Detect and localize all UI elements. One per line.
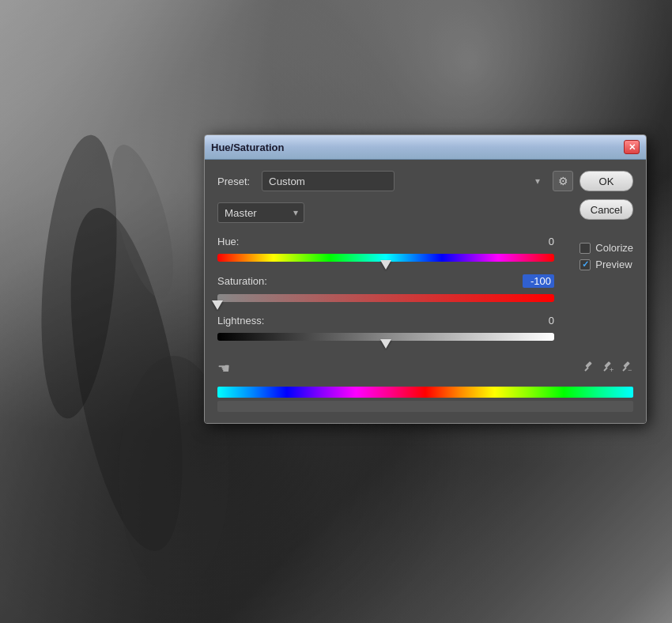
- preview-row: Preview: [580, 259, 633, 270]
- preset-select-wrap: Custom Default Cyanotype Increase Satura…: [262, 171, 546, 191]
- dialog-title: Hue/Saturation: [211, 142, 284, 153]
- cancel-row: Cancel: [580, 199, 633, 220]
- lightness-value[interactable]: 0: [523, 315, 554, 327]
- hue-label: Hue:: [217, 236, 239, 247]
- dialog-title-bar: Hue/Saturation ✕: [205, 135, 646, 160]
- eyedropper-tools: + −: [583, 361, 633, 376]
- lightness-track: [217, 333, 554, 341]
- preset-label: Preset:: [217, 176, 255, 187]
- channel-select[interactable]: Master Reds Yellows Greens Cyans Blues M…: [217, 202, 304, 223]
- hue-track-wrap[interactable]: [217, 251, 554, 265]
- ok-button[interactable]: OK: [580, 171, 633, 191]
- hand-tool-icon[interactable]: ☚: [217, 360, 230, 377]
- saturation-thumb[interactable]: [212, 300, 223, 310]
- sliders-area: Hue: 0 Saturation: -100: [217, 236, 554, 344]
- svg-line-6: [585, 368, 588, 371]
- hue-track: [217, 254, 554, 262]
- svg-text:−: −: [628, 366, 632, 373]
- preset-row: Preset: Custom Default Cyanotype Increas…: [217, 171, 633, 191]
- lightness-thumb[interactable]: [380, 339, 391, 349]
- svg-text:+: +: [610, 366, 613, 373]
- output-color-bar: [217, 401, 633, 412]
- hue-saturation-dialog: Hue/Saturation ✕ Preset: Custom Default …: [204, 134, 647, 424]
- options-panel: Colorize Preview: [580, 242, 633, 270]
- hue-color-bar: [217, 387, 633, 398]
- saturation-track-wrap[interactable]: [217, 291, 554, 305]
- color-bars: [217, 387, 633, 412]
- close-button[interactable]: ✕: [624, 140, 640, 154]
- gear-button[interactable]: ⚙: [553, 171, 573, 191]
- svg-rect-5: [585, 361, 591, 368]
- svg-line-11: [623, 368, 626, 371]
- hue-header: Hue: 0: [217, 236, 554, 247]
- preview-checkbox[interactable]: [580, 259, 591, 270]
- preset-select[interactable]: Custom Default Cyanotype Increase Satura…: [262, 171, 395, 191]
- hue-slider-row: Hue: 0: [217, 236, 554, 265]
- hue-value[interactable]: 0: [523, 236, 554, 247]
- master-row: Master Reds Yellows Greens Cyans Blues M…: [217, 202, 633, 223]
- saturation-slider-row: Saturation: -100: [217, 274, 554, 305]
- colorize-label: Colorize: [595, 242, 633, 254]
- lightness-label: Lightness:: [217, 315, 264, 327]
- bottom-toolbar: ☚ +: [217, 353, 633, 380]
- eyedropper-icon[interactable]: [583, 361, 595, 376]
- colorize-checkbox[interactable]: [580, 243, 591, 254]
- dialog-body: Preset: Custom Default Cyanotype Increas…: [205, 160, 646, 423]
- lightness-header: Lightness: 0: [217, 315, 554, 327]
- lightness-slider-row: Lightness: 0: [217, 315, 554, 344]
- hue-thumb[interactable]: [380, 260, 391, 270]
- saturation-label: Saturation:: [217, 275, 267, 287]
- svg-line-8: [604, 368, 607, 371]
- channel-select-wrap: Master Reds Yellows Greens Cyans Blues M…: [217, 202, 304, 223]
- lightness-track-wrap[interactable]: [217, 330, 554, 344]
- eyedropper-add-icon[interactable]: +: [602, 361, 614, 376]
- colorize-row: Colorize: [580, 242, 633, 254]
- saturation-track: [217, 294, 554, 302]
- saturation-header: Saturation: -100: [217, 274, 554, 288]
- cancel-button[interactable]: Cancel: [580, 199, 633, 220]
- preview-label: Preview: [595, 259, 632, 270]
- saturation-value[interactable]: -100: [523, 274, 554, 288]
- eyedropper-subtract-icon[interactable]: −: [621, 361, 633, 376]
